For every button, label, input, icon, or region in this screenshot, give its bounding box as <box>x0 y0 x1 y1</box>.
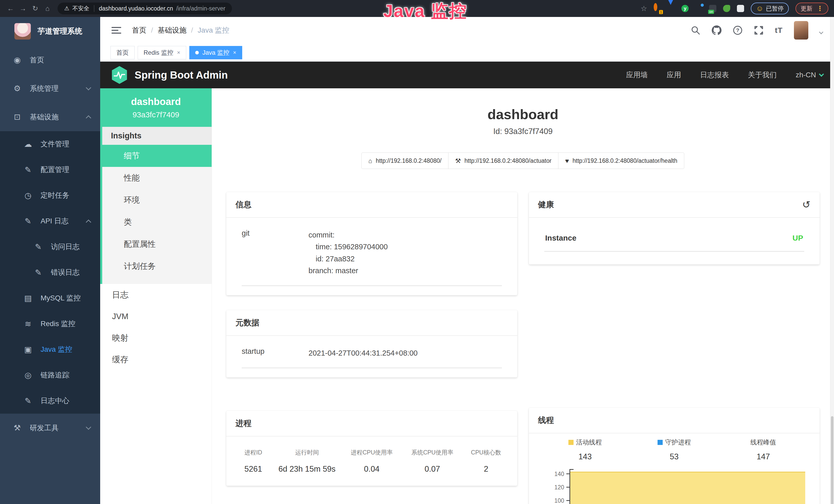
sidebar-item-config-management[interactable]: ✎ 配置管理 <box>0 157 100 183</box>
breadcrumb-home[interactable]: 首页 <box>132 25 147 35</box>
info-card: 信息 git commit: time: 1596289704000 id: 2… <box>226 192 517 295</box>
annotation-overlay-text: Java 监控 <box>383 0 467 23</box>
sidebar-item-log-center[interactable]: ✎ 日志中心 <box>0 388 100 414</box>
threads-card-title: 线程 <box>529 408 820 433</box>
sidebar-item-error-logs[interactable]: ✎ 错误日志 <box>0 259 100 285</box>
sba-menu-jvm[interactable]: JVM <box>100 305 212 327</box>
extension-switch-icon[interactable]: on <box>709 5 716 12</box>
extension-proxy-icon[interactable]: 1 <box>654 5 661 12</box>
sba-menu-details[interactable]: 细节 <box>102 145 212 167</box>
metadata-row-value: 2021-04-27T00:44:31.254+08:00 <box>308 347 418 359</box>
extensions-puzzle-icon[interactable] <box>737 5 744 12</box>
sidebar-item-redis-monitor[interactable]: ≋ Redis 监控 <box>0 311 100 337</box>
dashboard-icon: ◉ <box>11 55 23 65</box>
browser-back-icon[interactable]: ← <box>6 5 16 13</box>
profile-paused-chip[interactable]: ☺ 已暂停 <box>751 3 789 15</box>
breadcrumb-separator: / <box>191 26 193 35</box>
sidebar-item-api-logs[interactable]: ✎ API 日志 <box>0 208 100 234</box>
legend-swatch-blue <box>658 440 663 445</box>
cloud-upload-icon: ☁ <box>22 139 34 149</box>
browser-reload-icon[interactable]: ↻ <box>30 4 40 13</box>
sba-menu-scheduled-tasks[interactable]: 计划任务 <box>102 255 212 277</box>
search-icon[interactable] <box>691 25 700 35</box>
github-icon[interactable] <box>712 25 722 35</box>
history-icon[interactable]: ↺ <box>802 201 810 208</box>
sidebar-item-system-management[interactable]: ⚙ 系统管理 <box>0 74 100 103</box>
user-avatar[interactable] <box>794 21 808 40</box>
app-logo-avatar <box>14 23 31 40</box>
sba-menu-logs[interactable]: 日志 <box>100 284 212 305</box>
sba-menu-config-props[interactable]: 配置属性 <box>102 233 212 255</box>
main-area: 首页 / 基础设施 / Java 监控 ? tT 首页 Redis 监控 <box>100 17 834 504</box>
sba-brand[interactable]: Spring Boot Admin <box>111 66 228 85</box>
scrollbar-thumb[interactable] <box>831 416 833 504</box>
close-icon[interactable]: × <box>233 49 236 56</box>
extension-pin-icon[interactable] <box>667 5 675 12</box>
legend-peak-threads: 线程峰值 <box>719 438 808 446</box>
sidebar-item-mysql-monitor[interactable]: ▤ MySQL 监控 <box>0 285 100 311</box>
sidebar-item-java-monitor[interactable]: ▣ Java 监控 <box>0 337 100 362</box>
app-logo-row[interactable]: 芋道管理系统 <box>0 17 100 46</box>
database-icon: ▤ <box>22 294 34 303</box>
sba-instance-header[interactable]: dashboard 93a3fc7f7409 <box>100 88 212 127</box>
sba-menu-mappings[interactable]: 映射 <box>100 327 212 349</box>
close-icon[interactable]: × <box>177 49 180 56</box>
sba-nav-applications[interactable]: 应用 <box>667 70 681 80</box>
sba-header: Spring Boot Admin 应用墙 应用 日志报表 关于我们 zh-CN <box>100 62 834 88</box>
tab-redis-monitor[interactable]: Redis 监控 × <box>138 46 186 59</box>
browser-forward-icon[interactable]: → <box>18 5 28 13</box>
sidebar-item-access-logs[interactable]: ✎ 访问日志 <box>0 234 100 259</box>
sidebar-item-scheduled-tasks[interactable]: ◷ 定时任务 <box>0 183 100 208</box>
hamburger-icon[interactable] <box>111 27 121 33</box>
sba-menu-metrics[interactable]: 性能 <box>102 167 212 189</box>
extension-leaf-icon[interactable] <box>723 5 730 12</box>
chrome-update-button[interactable]: 更新 ⋮ <box>795 3 828 15</box>
sidebar-item-dev-tools[interactable]: ⚒ 研发工具 <box>0 414 100 442</box>
address-bar[interactable]: ⚠ 不安全 dashboard.yudao.iocoder.cn/infra/a… <box>58 3 232 15</box>
bookmark-star-icon[interactable]: ☆ <box>641 4 647 13</box>
chevron-up-icon <box>86 219 91 225</box>
health-url-link[interactable]: ♥ http://192.168.0.2:48080/actuator/heal… <box>558 153 684 169</box>
sba-title: Spring Boot Admin <box>135 69 228 81</box>
y-axis-cap <box>569 469 574 470</box>
legend-daemon-threads: 守护进程 <box>630 438 719 446</box>
chevron-down-icon <box>86 425 91 430</box>
sidebar-item-infrastructure[interactable]: ⊡ 基础设施 <box>0 103 100 131</box>
paused-label: 已暂停 <box>766 5 784 13</box>
y-tick-label: 140 <box>541 471 564 478</box>
sba-menu-environment[interactable]: 环境 <box>102 189 212 211</box>
sidebar-item-trace[interactable]: ◎ 链路追踪 <box>0 362 100 388</box>
service-url-link[interactable]: ⌂ http://192.168.0.2:48080/ <box>361 153 448 169</box>
daemon-threads-value: 53 <box>630 452 719 461</box>
sba-menu-caches[interactable]: 缓存 <box>100 349 212 370</box>
help-question-icon[interactable]: ? <box>733 25 743 35</box>
actuator-url-link[interactable]: ⚒ http://192.168.0.2:48080/actuator <box>448 153 558 169</box>
sba-nav-journal[interactable]: 日志报表 <box>700 70 729 80</box>
java-monitor-icon: ▣ <box>22 345 34 354</box>
extension-grid-icon[interactable] <box>695 5 702 12</box>
sidebar-item-home[interactable]: ◉ 首页 <box>0 46 100 74</box>
breadcrumb-infrastructure[interactable]: 基础设施 <box>158 25 186 35</box>
browser-menu-dots-icon[interactable]: ⋮ <box>816 5 823 13</box>
extension-y-icon[interactable]: y <box>681 5 688 12</box>
sba-language-select[interactable]: zh-CN <box>796 71 823 79</box>
y-axis-tick <box>566 500 570 501</box>
sba-menu-classes[interactable]: 类 <box>102 211 212 233</box>
legend-live-threads: 活动线程 <box>541 438 630 446</box>
tab-java-monitor[interactable]: Java 监控 × <box>189 46 242 59</box>
peak-threads-value: 147 <box>719 452 808 461</box>
browser-home-icon[interactable]: ⌂ <box>43 5 52 13</box>
window-scrollbar[interactable] <box>830 17 834 504</box>
security-label: 不安全 <box>72 5 89 12</box>
admin-sidebar: 芋道管理系统 ◉ 首页 ⚙ 系统管理 ⊡ 基础设施 ☁ 文件管理 ✎ 配置管理 <box>0 17 100 504</box>
instance-id: 93a3fc7f7409 <box>100 110 212 119</box>
sba-nav-about[interactable]: 关于我们 <box>748 70 777 80</box>
cpu-cores: 2 <box>463 464 509 474</box>
fullscreen-icon[interactable] <box>754 25 764 35</box>
tab-home[interactable]: 首页 <box>110 46 135 59</box>
avatar-caret-icon[interactable] <box>819 30 824 35</box>
text-size-icon[interactable]: tT <box>775 26 783 35</box>
monitor-icon: ⊡ <box>11 112 23 122</box>
sidebar-item-file-management[interactable]: ☁ 文件管理 <box>0 131 100 157</box>
sba-nav-wallboard[interactable]: 应用墙 <box>626 70 648 80</box>
